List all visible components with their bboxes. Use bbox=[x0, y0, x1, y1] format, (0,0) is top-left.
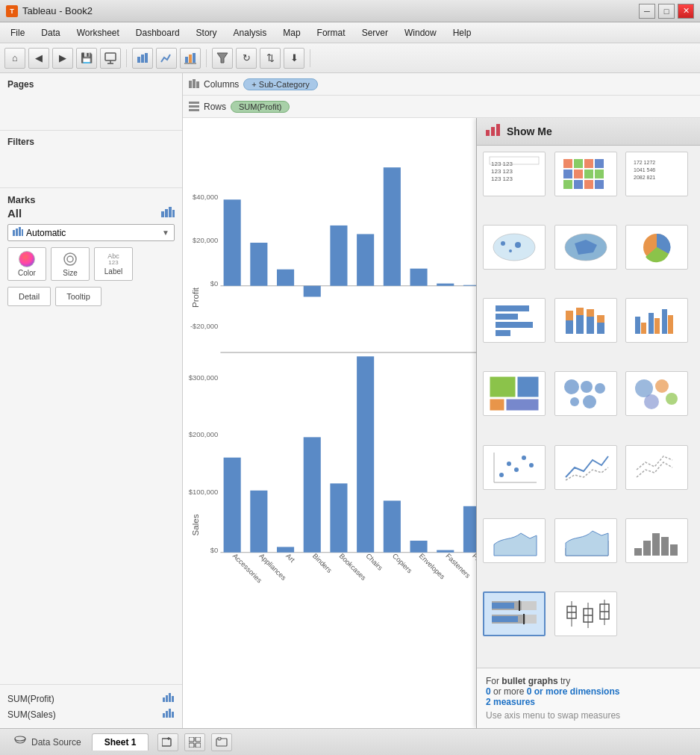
columns-label: Columns bbox=[189, 79, 239, 90]
svg-point-123 bbox=[501, 241, 505, 246]
svg-marker-10 bbox=[217, 53, 228, 63]
color-label: Color bbox=[18, 269, 36, 277]
menu-data[interactable]: Data bbox=[34, 25, 67, 41]
showme-line-chart[interactable] bbox=[554, 445, 617, 490]
svg-text:Binders: Binders bbox=[311, 552, 334, 575]
chart-button-2[interactable] bbox=[156, 48, 177, 69]
showme-header-icon bbox=[486, 124, 501, 139]
showme-bullet-graph[interactable] bbox=[483, 591, 546, 636]
showme-dual-combination[interactable] bbox=[554, 518, 617, 563]
showme-measures-line: 2 measures bbox=[486, 697, 691, 707]
svg-rect-69 bbox=[304, 437, 321, 552]
svg-rect-34 bbox=[189, 109, 199, 111]
chart-button-3[interactable] bbox=[180, 48, 201, 69]
showme-dims-text: or more bbox=[491, 686, 527, 697]
showme-stacked-bar[interactable] bbox=[554, 298, 617, 343]
svg-rect-72 bbox=[384, 500, 401, 552]
svg-text:172  1272: 172 1272 bbox=[634, 160, 655, 165]
new-sheet-icon[interactable] bbox=[157, 733, 178, 751]
svg-rect-48 bbox=[384, 167, 401, 286]
label-label: Label bbox=[104, 267, 122, 276]
columns-pill[interactable]: + Sub-Category bbox=[243, 78, 317, 90]
new-dashboard-icon[interactable] bbox=[184, 733, 205, 751]
menu-file[interactable]: File bbox=[3, 25, 32, 41]
measure-profit: SUM(Profit) bbox=[7, 691, 175, 706]
svg-rect-115 bbox=[563, 180, 572, 189]
menu-map[interactable]: Map bbox=[275, 25, 307, 41]
svg-rect-29 bbox=[189, 81, 192, 88]
svg-rect-113 bbox=[584, 170, 593, 178]
data-source-tab[interactable]: Data Source bbox=[6, 733, 89, 751]
svg-rect-68 bbox=[277, 547, 294, 552]
menu-dashboard[interactable]: Dashboard bbox=[128, 25, 187, 41]
showme-box-whisker[interactable] bbox=[554, 591, 617, 636]
svg-point-19 bbox=[64, 253, 76, 265]
dropdown-arrow-icon: ▼ bbox=[162, 229, 169, 237]
marks-type-dropdown[interactable]: Automatic ▼ bbox=[7, 224, 175, 241]
window-title: Tableau - Book2 bbox=[22, 5, 93, 16]
sort-button[interactable]: ⇅ bbox=[260, 48, 281, 69]
showme-horizontal-bar[interactable] bbox=[483, 298, 546, 343]
main-container: Pages Filters Marks All Automatic bbox=[0, 73, 700, 728]
menu-window[interactable]: Window bbox=[397, 25, 444, 41]
showme-treemap[interactable] bbox=[483, 371, 546, 416]
menu-worksheet[interactable]: Worksheet bbox=[69, 25, 127, 41]
tooltip-button[interactable]: Tooltip bbox=[55, 287, 101, 306]
filter-button[interactable] bbox=[212, 48, 233, 69]
menu-format[interactable]: Format bbox=[310, 25, 353, 41]
showme-dims-count: 0 bbox=[486, 686, 491, 697]
svg-text:123 123: 123 123 bbox=[491, 161, 513, 167]
rows-pill[interactable]: SUM(Profit) bbox=[231, 101, 290, 113]
svg-rect-101 bbox=[491, 127, 495, 136]
forward-button[interactable]: ▶ bbox=[52, 48, 73, 69]
size-button[interactable]: Size bbox=[51, 247, 90, 281]
detail-button[interactable]: Detail bbox=[7, 287, 51, 306]
minimize-button[interactable]: ─ bbox=[639, 4, 655, 19]
toolbar-separator-2 bbox=[206, 49, 207, 67]
back-button[interactable]: ◀ bbox=[28, 48, 49, 69]
color-button[interactable]: Color bbox=[7, 247, 46, 281]
home-button[interactable]: ⌂ bbox=[4, 48, 25, 69]
menu-help[interactable]: Help bbox=[446, 25, 479, 41]
svg-rect-145 bbox=[668, 315, 673, 334]
svg-rect-100 bbox=[486, 130, 490, 136]
save-button[interactable]: 💾 bbox=[76, 48, 97, 69]
title-bar: T Tableau - Book2 ─ □ ✕ bbox=[0, 0, 700, 22]
showme-pie-chart[interactable] bbox=[625, 225, 688, 270]
marks-section: Marks All Automatic ▼ Color bbox=[0, 188, 182, 312]
showme-highlight-table[interactable]: 172 1272 1041 546 2082 821 bbox=[625, 152, 688, 196]
sort2-button[interactable]: ⬇ bbox=[284, 48, 304, 69]
menu-analysis[interactable]: Analysis bbox=[226, 25, 275, 41]
window-controls[interactable]: ─ □ ✕ bbox=[639, 4, 694, 19]
showme-side-by-side-bar[interactable] bbox=[625, 298, 688, 343]
showme-heat-map[interactable] bbox=[554, 152, 617, 196]
label-button[interactable]: Abc 123 Label bbox=[94, 247, 133, 281]
close-button[interactable]: ✕ bbox=[678, 4, 694, 19]
svg-rect-173 bbox=[492, 603, 514, 609]
new-story-icon[interactable] bbox=[211, 733, 232, 751]
new-datasource-button[interactable] bbox=[100, 48, 121, 69]
svg-rect-18 bbox=[22, 229, 23, 236]
menu-server[interactable]: Server bbox=[354, 25, 396, 41]
svg-rect-32 bbox=[189, 102, 199, 104]
refresh-button[interactable]: ↻ bbox=[236, 48, 257, 69]
showme-scatter[interactable] bbox=[483, 445, 546, 490]
svg-rect-0 bbox=[105, 53, 116, 60]
filters-body bbox=[7, 152, 175, 181]
marks-dropdown-text: Automatic bbox=[26, 228, 159, 238]
showme-symbol-map[interactable] bbox=[483, 225, 546, 270]
left-panel: Pages Filters Marks All Automatic bbox=[0, 73, 183, 728]
chart-button-1[interactable] bbox=[132, 48, 153, 69]
showme-histogram[interactable] bbox=[625, 518, 688, 563]
showme-circle-view[interactable] bbox=[554, 371, 617, 416]
showme-dual-line[interactable] bbox=[625, 445, 688, 490]
svg-point-158 bbox=[644, 394, 659, 409]
sheet-tab[interactable]: Sheet 1 bbox=[92, 733, 149, 751]
showme-filled-map[interactable] bbox=[554, 225, 617, 270]
showme-text-table[interactable]: 123 123 123 123 123 123 bbox=[483, 152, 546, 196]
menu-story[interactable]: Story bbox=[189, 25, 225, 41]
rows-label: Rows bbox=[189, 102, 226, 112]
maximize-button[interactable]: □ bbox=[658, 4, 675, 19]
showme-area-chart[interactable] bbox=[483, 518, 546, 563]
showme-packed-bubbles[interactable] bbox=[625, 371, 688, 416]
